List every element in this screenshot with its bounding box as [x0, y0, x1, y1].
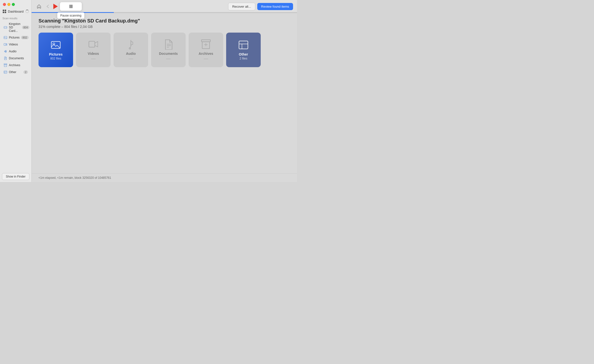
pictures-card-count: 802 files	[50, 57, 61, 60]
file-type-card-audio[interactable]: Audio —	[114, 33, 148, 67]
status-bar: <1m elapsed, <1m remain, block 3256320 o…	[32, 173, 297, 182]
pause-bar-right	[71, 5, 72, 8]
documents-card-name: Documents	[159, 52, 178, 56]
file-type-card-other[interactable]: Other 2 files	[226, 33, 261, 67]
pause-icon	[70, 5, 72, 8]
sidebar-item-count-pictures: 802	[21, 36, 28, 39]
sidebar: Dashboard Scan results Kingston SD Card.…	[0, 0, 32, 182]
pause-tooltip: Pause scanning	[57, 12, 84, 19]
sidebar-item-label-archives: Archives	[9, 63, 28, 67]
file-type-card-pictures[interactable]: Pictures 802 files	[39, 33, 73, 67]
status-text: <1m elapsed, <1m remain, block 3256320 o…	[39, 176, 111, 180]
hdd-icon	[3, 25, 7, 29]
file-type-card-documents[interactable]: Documents —	[151, 33, 186, 67]
svg-rect-15	[4, 71, 7, 73]
file-type-card-videos[interactable]: Videos —	[76, 33, 111, 67]
audio-card-dash: —	[129, 56, 133, 61]
video-icon	[3, 42, 7, 46]
dashboard-label: Dashboard	[8, 10, 24, 13]
recover-all-button[interactable]: Recover all...	[228, 3, 255, 10]
sidebar-item-other[interactable]: Other 2	[1, 69, 30, 75]
videos-card-name: Videos	[88, 52, 99, 56]
sidebar-item-documents[interactable]: Documents	[1, 55, 30, 61]
close-button[interactable]	[3, 3, 6, 6]
sidebar-item-label-videos: Videos	[9, 43, 28, 46]
show-in-finder-button[interactable]: Show in Finder	[2, 173, 29, 180]
svg-rect-29	[239, 41, 248, 49]
scanning-title: Scanning "Kingston SD Card Backup.dmg"	[39, 18, 290, 24]
pictures-card-name: Pictures	[49, 52, 62, 56]
sidebar-item-count-other: 2	[23, 70, 28, 74]
sidebar-item-label-other: Other	[9, 70, 22, 74]
maximize-button[interactable]	[12, 3, 15, 6]
review-found-button[interactable]: Review found items	[257, 3, 293, 10]
archive-icon	[3, 63, 7, 67]
home-button[interactable]	[36, 3, 42, 10]
main-content: Pause scanning Recover all... Review fou…	[32, 0, 297, 182]
file-type-grid: Pictures 802 files Videos —	[32, 33, 297, 67]
other-card-icon	[238, 40, 249, 50]
svg-rect-1	[5, 10, 6, 11]
svg-rect-0	[3, 10, 4, 11]
pause-button-wrapper: Pause scanning	[60, 2, 82, 11]
toolbar: Pause scanning Recover all... Review fou…	[32, 0, 297, 13]
svg-rect-2	[3, 12, 4, 13]
sidebar-item-label-pictures: Pictures	[9, 36, 20, 39]
svg-rect-3	[5, 12, 6, 13]
documents-card-dash: —	[166, 56, 171, 61]
sidebar-item-label-kingston: Kingston SD Card...	[9, 22, 20, 33]
traffic-lights	[0, 0, 31, 8]
sidebar-item-kingston[interactable]: Kingston SD Card... 804	[1, 21, 30, 34]
other-icon	[3, 70, 7, 74]
audio-card-icon	[125, 39, 136, 50]
scanning-progress-text: 31% complete – 804 files / 2,04 GB	[39, 25, 290, 29]
archives-card-name: Archives	[198, 52, 213, 56]
audio-icon	[3, 49, 7, 53]
archives-card-icon	[200, 39, 211, 50]
documents-card-icon	[163, 39, 174, 50]
audio-card-name: Audio	[126, 52, 136, 56]
svg-rect-9	[4, 43, 6, 45]
dashboard-nav-item[interactable]: Dashboard	[0, 8, 31, 15]
sidebar-item-label-audio: Audio	[9, 50, 28, 53]
svg-rect-20	[89, 41, 95, 47]
minimize-button[interactable]	[7, 3, 10, 6]
forward-arrow-icon	[53, 4, 58, 9]
archives-card-dash: —	[204, 56, 208, 61]
svg-point-5	[6, 27, 7, 28]
grid-icon	[2, 9, 6, 13]
other-card-count: 2 files	[239, 57, 247, 60]
sidebar-item-archives[interactable]: Archives	[1, 62, 30, 68]
sidebar-item-count-kingston: 804	[22, 26, 29, 29]
pause-bar-left	[70, 5, 71, 8]
other-card-name: Other	[239, 52, 248, 56]
sidebar-item-pictures[interactable]: Pictures 802	[1, 34, 30, 41]
svg-rect-13	[4, 64, 7, 67]
back-button[interactable]	[44, 3, 51, 10]
file-type-card-archives[interactable]: Archives —	[189, 33, 223, 67]
videos-card-dash: —	[91, 56, 96, 61]
picture-icon	[3, 36, 7, 40]
sidebar-item-videos[interactable]: Videos	[1, 41, 30, 48]
pause-button[interactable]	[60, 2, 82, 11]
loading-spinner	[25, 10, 29, 13]
pictures-card-icon	[50, 40, 61, 50]
scan-results-label: Scan results	[0, 15, 31, 21]
document-icon	[3, 56, 7, 60]
videos-card-icon	[88, 39, 99, 50]
sidebar-item-label-documents: Documents	[9, 57, 28, 60]
sidebar-item-audio[interactable]: Audio	[1, 48, 30, 55]
